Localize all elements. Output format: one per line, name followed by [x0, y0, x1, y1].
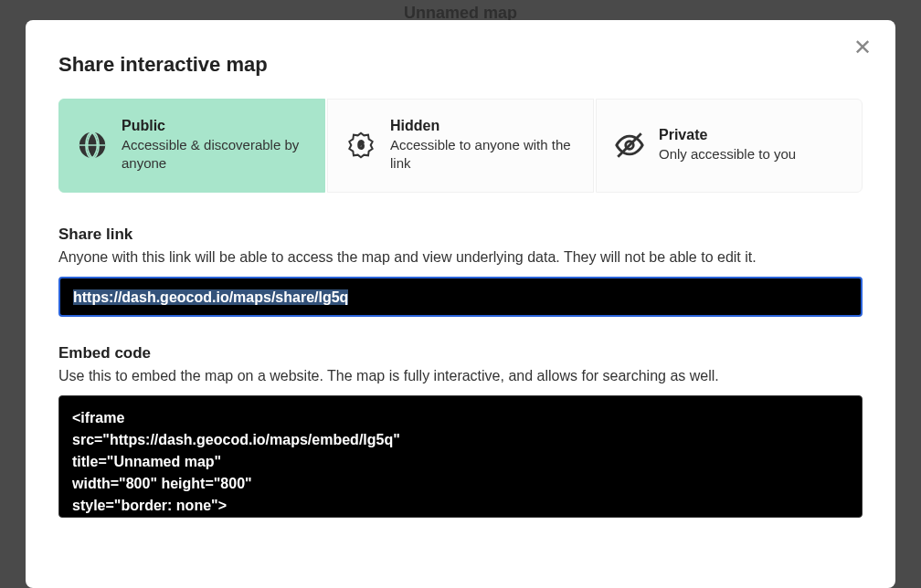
visibility-hidden-desc: Accessible to anyone with the link — [390, 136, 577, 173]
modal-title: Share interactive map — [58, 53, 863, 77]
visibility-option-public[interactable]: Public Accessible & discoverable by anyo… — [58, 99, 325, 193]
visibility-option-hidden[interactable]: 6 Hidden Accessible to anyone with the l… — [327, 99, 594, 193]
visibility-hidden-title: Hidden — [390, 118, 577, 134]
visibility-private-desc: Only accessible to you — [659, 145, 796, 163]
badge-icon: 6 — [344, 129, 377, 162]
share-modal: ✕ Share interactive map Public Accessibl… — [26, 20, 895, 588]
visibility-private-title: Private — [659, 127, 796, 143]
visibility-option-group: Public Accessible & discoverable by anyo… — [58, 99, 863, 193]
embed-code-help: Use this to embed the map on a website. … — [58, 368, 863, 384]
visibility-option-private[interactable]: Private Only accessible to you — [596, 99, 863, 193]
visibility-public-title: Public — [122, 118, 308, 134]
share-link-value: https://dash.geocod.io/maps/share/lg5q — [73, 289, 348, 305]
svg-text:6: 6 — [358, 139, 365, 152]
share-link-field[interactable]: https://dash.geocod.io/maps/share/lg5q — [58, 277, 863, 317]
embed-code-label: Embed code — [58, 344, 863, 362]
share-link-help: Anyone with this link will be able to ac… — [58, 249, 863, 266]
close-icon: ✕ — [853, 35, 872, 60]
eye-slash-icon — [613, 129, 646, 162]
globe-icon — [76, 129, 109, 162]
embed-code-field[interactable]: <iframe src="https://dash.geocod.io/maps… — [58, 395, 863, 518]
close-button[interactable]: ✕ — [850, 35, 875, 60]
share-link-label: Share link — [58, 226, 863, 244]
visibility-public-desc: Accessible & discoverable by anyone — [122, 136, 308, 173]
